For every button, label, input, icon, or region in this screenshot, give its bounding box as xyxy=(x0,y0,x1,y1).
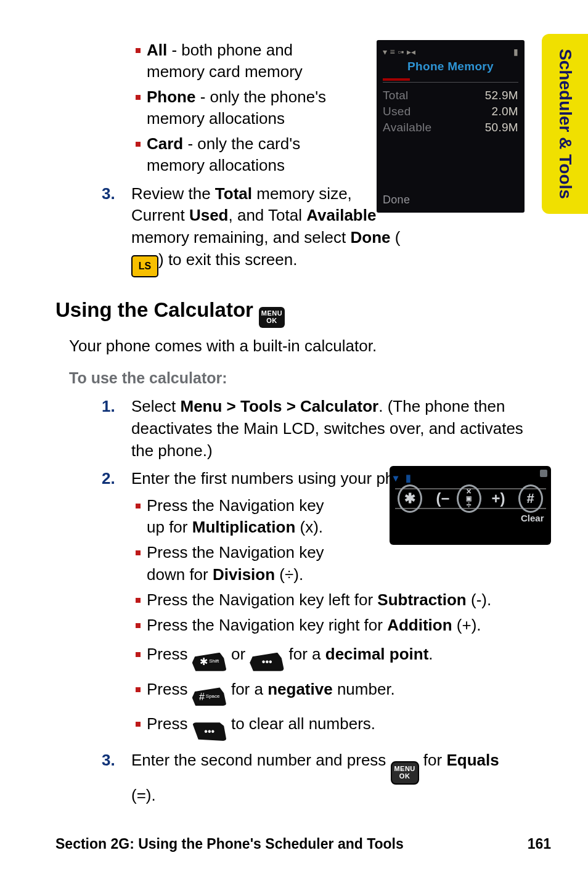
bullet-icon xyxy=(136,623,141,628)
bullet-text: Phone - only the phone's memory allocati… xyxy=(147,86,338,129)
calculator-intro: Your phone comes with a built-in calcula… xyxy=(69,337,536,356)
value: 52.9M xyxy=(485,89,518,102)
label: Total xyxy=(383,89,409,102)
bullet-icon xyxy=(136,142,141,147)
step-number: 3. xyxy=(102,749,120,772)
status-bar: ▾ ≡ ▫▪ ▸◂ ▮ xyxy=(383,45,518,59)
bullet-icon xyxy=(136,550,141,555)
bullet-icon xyxy=(136,598,141,603)
battery-icon: ▮ xyxy=(513,47,518,57)
divider xyxy=(383,82,518,83)
section-tab-label: Scheduler & Tools xyxy=(555,49,575,199)
bullet-decimal: Press ✱Shift or ••• for a decimal point. xyxy=(136,643,536,671)
hash-key-icon: #Space xyxy=(192,687,227,706)
calc-step-1: 1. Select Menu > Tools > Calculator. (Th… xyxy=(102,396,536,462)
bullet-negative: Press #Space for a negative number. xyxy=(136,679,536,706)
indicator-icon: ▾ xyxy=(393,472,398,484)
antenna-icon: ▾ ≡ ▫▪ ▸◂ xyxy=(383,47,415,57)
bullet-icon xyxy=(136,95,141,100)
star-key: ✱ xyxy=(398,484,422,513)
calc-nav-row: ✱ (− × ▣ ÷ +) # xyxy=(395,488,546,509)
step-number: 1. xyxy=(102,396,120,418)
indicator-icon: ▮ xyxy=(406,472,411,484)
battery-icon xyxy=(540,470,547,477)
step-number: 2. xyxy=(102,468,120,490)
menu-ok-key-icon: MENU OK xyxy=(259,307,285,328)
nav-center: × ▣ ÷ xyxy=(457,484,481,513)
softkey-done: Done xyxy=(383,194,410,206)
nav-left-subtract: (− xyxy=(431,486,455,511)
page: Scheduler & Tools ▾ ≡ ▫▪ ▸◂ ▮ Phone Memo… xyxy=(0,0,588,882)
label: Available xyxy=(383,121,431,134)
footer-page-number: 161 xyxy=(528,836,551,852)
bullet-div: Press the Navigation key down for Divisi… xyxy=(136,542,536,585)
step-text: Select Menu > Tools > Calculator. (The p… xyxy=(131,396,526,462)
bullet-sub: Press the Navigation key left for Subtra… xyxy=(136,589,536,611)
memory-row-available: Available 50.9M xyxy=(383,121,518,134)
nav-right-add: +) xyxy=(486,486,511,511)
bullet-text: Press the Navigation key left for Subtra… xyxy=(147,589,491,611)
dots-key-icon: ••• xyxy=(250,653,284,671)
bullet-add: Press the Navigation key right for Addit… xyxy=(136,615,536,636)
phone-memory-title: Phone Memory xyxy=(383,59,518,78)
step-text: Review the Total memory size, Current Us… xyxy=(131,183,409,278)
bullet-icon xyxy=(136,652,141,657)
footer-section: Section 2G: Using the Phone's Scheduler … xyxy=(55,836,404,852)
heading-using-calculator: Using the Calculator MENU OK xyxy=(55,298,536,328)
calc-step-3: 3. Enter the second number and press MEN… xyxy=(102,749,536,806)
bullet-text: Press #Space for a negative number. xyxy=(147,679,395,706)
star-key-icon: ✱Shift xyxy=(192,653,227,671)
calculator-screenshot: ▾ ▮ ✱ (− × ▣ ÷ +) # Clear xyxy=(390,466,551,545)
bullet-text: Press the Navigation key up for Multipli… xyxy=(147,495,338,538)
bullet-text: Press ••• to clear all numbers. xyxy=(147,713,375,741)
left-soft-key-icon: LS xyxy=(131,255,158,277)
back-key-icon: ••• xyxy=(192,722,227,741)
label: Used xyxy=(383,105,411,118)
bullet-text: All - both phone and memory card memory xyxy=(147,39,338,83)
bullet-icon xyxy=(136,687,141,692)
to-use-calculator-subhead: To use the calculator: xyxy=(69,369,536,387)
bullet-text: Press ✱Shift or ••• for a decimal point. xyxy=(147,643,433,671)
bullet-icon xyxy=(136,722,141,727)
value: 50.9M xyxy=(485,121,518,134)
memory-used-bar xyxy=(383,78,410,81)
section-tab: Scheduler & Tools xyxy=(542,34,588,214)
bullet-icon xyxy=(136,504,141,508)
bullet-text: Card - only the card's memory allocation… xyxy=(147,133,338,176)
menu-ok-key-icon: MENU OK xyxy=(391,761,419,785)
hash-key: # xyxy=(518,484,543,513)
step-text: Enter the second number and press MENU O… xyxy=(131,749,526,806)
memory-row-used: Used 2.0M xyxy=(383,105,518,118)
memory-row-total: Total 52.9M xyxy=(383,89,518,102)
phone-memory-screenshot: ▾ ≡ ▫▪ ▸◂ ▮ Phone Memory Total 52.9M Use… xyxy=(377,40,525,213)
bullet-icon xyxy=(136,48,141,53)
page-footer: Section 2G: Using the Phone's Scheduler … xyxy=(55,836,551,852)
value: 2.0M xyxy=(492,105,518,118)
bullet-text: Press the Navigation key right for Addit… xyxy=(147,615,481,636)
step-number: 3. xyxy=(102,183,120,205)
bullet-clear: Press ••• to clear all numbers. xyxy=(136,713,536,741)
bullet-text: Press the Navigation key down for Divisi… xyxy=(147,542,338,585)
